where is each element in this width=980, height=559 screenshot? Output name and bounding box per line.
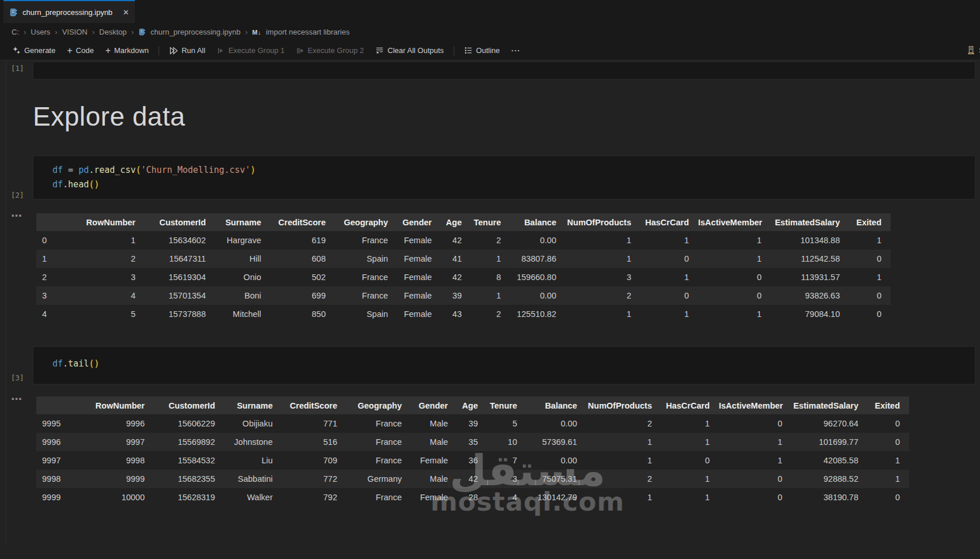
table-cell: France — [346, 433, 411, 451]
table-cell: 38190.78 — [791, 488, 868, 507]
toolbar-separator — [454, 46, 454, 55]
table-row: 9998999915682355Sabbatini772GermanyMale4… — [36, 470, 909, 488]
toolbar-separator — [159, 46, 159, 55]
column-header: Surname — [224, 396, 282, 414]
table-cell: 4 — [70, 286, 145, 305]
column-header: Balance — [510, 213, 566, 231]
table-cell: 1 — [661, 488, 719, 507]
table-cell: 1 — [661, 433, 719, 451]
execution-count-2: [2] — [11, 191, 24, 199]
column-header: HasCrCard — [661, 396, 719, 414]
table-cell: France — [335, 268, 397, 286]
head-output-table: RowNumberCustomerIdSurnameCreditScoreGeo… — [36, 213, 891, 323]
table-cell: 3 — [487, 470, 526, 488]
breadcrumb-item-users[interactable]: Users — [31, 28, 50, 36]
table-cell: 3 — [36, 286, 70, 305]
column-header: Gender — [411, 396, 457, 414]
breadcrumb-item-cell[interactable]: import necessart libraries — [266, 28, 349, 36]
table-cell: 0 — [661, 451, 719, 470]
column-header: CreditScore — [270, 213, 335, 231]
table-cell: 39 — [441, 286, 471, 305]
table-cell: 0 — [719, 414, 791, 433]
output-collapse-button[interactable]: ⋯ — [11, 212, 22, 220]
sparkle-icon — [12, 46, 21, 55]
table-cell: Female — [397, 268, 441, 286]
more-actions-button[interactable]: ⋯ — [506, 45, 525, 56]
table-cell: 1 — [719, 433, 791, 451]
table-cell: 0 — [849, 305, 891, 323]
table-cell: 4 — [36, 305, 70, 323]
clear-all-outputs-label: Clear All Outputs — [387, 46, 444, 55]
add-markdown-button[interactable]: + Markdown — [100, 43, 154, 58]
table-cell: 1 — [640, 305, 698, 323]
close-icon[interactable]: ✕ — [123, 8, 129, 17]
table-row: 0115634602Hargrave619FranceFemale4220.00… — [36, 231, 891, 250]
column-header: Geography — [335, 213, 397, 231]
code-cell-2[interactable]: df = pd.read_csv('Churn_Modelling.csv')d… — [33, 156, 975, 199]
table-cell: 0 — [698, 286, 771, 305]
table-cell: 4 — [487, 488, 526, 507]
table-cell: 9997 — [36, 451, 79, 470]
column-header: Age — [457, 396, 487, 414]
table-cell: 2 — [586, 414, 661, 433]
column-header: NumOfProducts — [566, 213, 640, 231]
tail-output-table: RowNumberCustomerIdSurnameCreditScoreGeo… — [36, 396, 909, 507]
table-cell: 15701354 — [145, 286, 215, 305]
column-header: CustomerId — [154, 396, 224, 414]
vscode-window: churn_preprocessing.ipynb ✕ C: › Users ›… — [0, 0, 980, 559]
add-markdown-label: Markdown — [114, 46, 149, 55]
generate-button[interactable]: Generate — [7, 44, 61, 57]
run-all-button[interactable]: Run All — [164, 44, 210, 58]
breadcrumb-item-drive[interactable]: C: — [12, 28, 19, 36]
outline-label: Outline — [476, 46, 500, 55]
table-cell: 1 — [698, 250, 771, 268]
column-header — [36, 396, 79, 414]
table-cell: 92888.52 — [791, 470, 868, 488]
outline-button[interactable]: Outline — [459, 44, 505, 57]
table-cell: Hargrave — [215, 231, 270, 250]
dataframe: RowNumberCustomerIdSurnameCreditScoreGeo… — [36, 396, 909, 507]
column-header: CreditScore — [282, 396, 346, 414]
chevron-right-icon: › — [24, 28, 26, 36]
table-cell: 2 — [471, 231, 510, 250]
breadcrumb-item-file[interactable]: churn_preprocessing.ipynb — [150, 28, 240, 36]
table-cell: 772 — [282, 470, 346, 488]
add-code-button[interactable]: + Code — [62, 43, 99, 58]
table-cell: 709 — [282, 451, 346, 470]
table-cell: 771 — [282, 414, 346, 433]
table-cell: Hill — [215, 250, 270, 268]
table-cell: France — [346, 414, 411, 433]
clear-all-outputs-button[interactable]: Clear All Outputs — [370, 44, 449, 57]
code-cell-3[interactable]: df.tail() — [33, 346, 975, 384]
table-cell: Walker — [224, 488, 282, 507]
code-cell-1[interactable] — [33, 62, 975, 80]
execute-group-2-button[interactable]: Execute Group 2 — [291, 44, 370, 57]
table-row: 9997999815584532Liu709FranceFemale3670.0… — [36, 451, 909, 470]
table-cell: 0 — [849, 250, 891, 268]
table-row: 9995999615606229Obijiaku771FranceMale395… — [36, 414, 909, 433]
table-cell: 792 — [282, 488, 346, 507]
breadcrumb-item-desktop[interactable]: Desktop — [99, 28, 127, 36]
output-collapse-button[interactable]: ⋯ — [11, 395, 22, 403]
table-cell: 608 — [270, 250, 335, 268]
table-cell: Johnstone — [224, 433, 282, 451]
table-cell: France — [346, 488, 411, 507]
execute-group-2-icon — [296, 47, 304, 55]
table-cell: 1 — [868, 451, 909, 470]
table-cell: 699 — [270, 286, 335, 305]
table-cell: 1 — [566, 305, 640, 323]
table-cell: 0 — [868, 414, 909, 433]
table-cell: Obijiaku — [224, 414, 282, 433]
table-cell: 1 — [640, 231, 698, 250]
table-row: 1215647311Hill608SpainFemale41183807.861… — [36, 250, 891, 268]
breadcrumb-item-vision[interactable]: VISION — [62, 28, 88, 36]
kernel-indicator[interactable]: S — [966, 46, 980, 55]
table-cell: Male — [411, 470, 457, 488]
table-row: 4515737888Mitchell850SpainFemale43212551… — [36, 305, 891, 323]
table-cell: 1 — [586, 488, 661, 507]
table-cell: 0 — [640, 286, 698, 305]
tab-churn-preprocessing[interactable]: churn_preprocessing.ipynb ✕ — [3, 0, 135, 23]
execute-group-1-button[interactable]: Execute Group 1 — [212, 44, 290, 57]
table-cell: 9996 — [36, 433, 79, 451]
table-cell: France — [346, 451, 411, 470]
